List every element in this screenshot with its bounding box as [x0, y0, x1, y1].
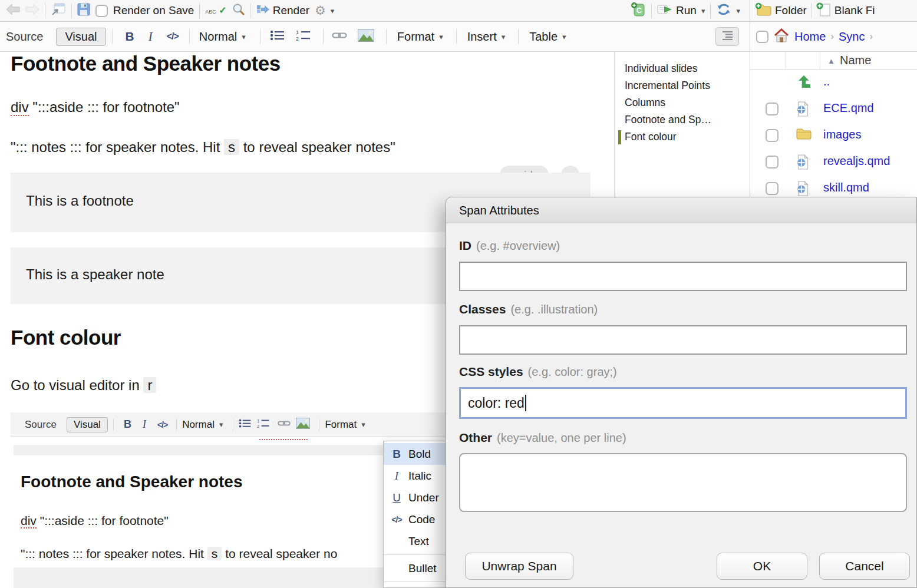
separator — [189, 29, 190, 44]
new-folder-button[interactable]: Folder — [755, 2, 807, 19]
files-path-bar: Home › Sync › — [750, 22, 917, 52]
nested-tab-source: Source — [25, 419, 57, 431]
render-on-save-checkbox[interactable] — [95, 5, 108, 17]
table-menu-button[interactable]: Table ▾ — [529, 30, 566, 44]
save-icon[interactable] — [77, 3, 90, 18]
render-options-button[interactable]: ⚙ ▾ — [315, 4, 334, 18]
menu-separator — [384, 554, 447, 555]
ok-button[interactable]: OK — [717, 553, 807, 580]
render-button[interactable]: Render — [256, 4, 309, 18]
name-column-header[interactable]: Name — [840, 54, 871, 67]
file-checkbox[interactable] — [766, 129, 779, 142]
sync-icon — [716, 2, 731, 19]
outline-item-font-colour[interactable]: Font colour — [625, 128, 750, 146]
css-styles-field-hint: (e.g. color: gray;) — [528, 365, 617, 378]
outline-item-footnote[interactable]: Footnote and Sp… — [625, 111, 750, 128]
file-checkbox[interactable] — [766, 156, 779, 169]
css-styles-input[interactable]: color: red — [459, 387, 907, 419]
menu-item-text[interactable]: Text — [384, 530, 447, 552]
file-row-images[interactable]: images — [750, 123, 917, 149]
cancel-button[interactable]: Cancel — [819, 553, 910, 580]
numbered-list-icon[interactable]: 12 — [296, 29, 311, 44]
italic-button[interactable]: I — [149, 29, 153, 44]
chevron-right-icon: › — [870, 31, 873, 42]
chevron-down-icon: ▾ — [701, 6, 705, 15]
file-checkbox[interactable] — [766, 182, 779, 195]
nested-key-s-chip: s — [207, 547, 222, 560]
render-label: Render — [273, 4, 309, 17]
classes-field-hint: (e.g. .illustration) — [510, 303, 598, 316]
menu-item-code[interactable]: </> Code — [384, 508, 447, 530]
nested-style-label: Normal — [182, 419, 215, 431]
insert-menu-button[interactable]: Insert ▾ — [467, 30, 506, 44]
search-icon[interactable] — [232, 3, 245, 18]
menu-item-bullet-list[interactable]: Bullet — [384, 557, 447, 579]
outline-item-columns[interactable]: Columns — [625, 94, 750, 111]
outline-item-individual-slides[interactable]: Individual slides — [625, 60, 750, 77]
svg-text:1: 1 — [257, 418, 259, 424]
chevron-down-icon: ▾ — [331, 6, 335, 15]
new-blank-file-button[interactable]: Blank Fi — [816, 2, 875, 19]
new-folder-label: Folder — [775, 4, 807, 17]
spellcheck-icon[interactable]: ABC ✓ — [205, 6, 226, 15]
outline-item-incremental-points[interactable]: Incremental Points — [625, 77, 750, 94]
chevron-right-icon: › — [830, 31, 834, 42]
format-menu-button[interactable]: Format ▾ — [397, 30, 443, 44]
other-field-label: Other(key=value, one per line) — [459, 431, 626, 445]
bulleted-list-icon[interactable] — [270, 29, 285, 44]
nested-paragraph-notes: "::: notes ::: for speaker notes. Hit s … — [21, 547, 393, 561]
file-row-parent[interactable]: .. — [750, 70, 917, 96]
nested-code-button: </> — [157, 420, 167, 430]
run-button[interactable]: Run ▾ — [657, 4, 705, 17]
classes-input[interactable] — [459, 325, 907, 355]
menu-item-bold[interactable]: B Bold — [384, 443, 447, 465]
up-directory-icon — [796, 75, 812, 93]
unwrap-span-button[interactable]: Unwrap Span — [465, 553, 573, 580]
paragraph-style-dropdown[interactable]: Normal ▾ — [199, 30, 246, 44]
run-label: Run — [676, 4, 697, 17]
file-name: revealjs.qmd — [823, 154, 890, 168]
paragraph-aside-syntax: div ":::aside ::: for footnote" — [11, 99, 180, 115]
nested-numbered-list-icon: 12 — [257, 418, 270, 431]
forward-icon[interactable] — [25, 4, 39, 18]
tab-visual[interactable]: Visual — [56, 28, 105, 46]
nested-gray-block-partial — [14, 445, 444, 455]
other-attributes-textarea[interactable] — [459, 453, 907, 512]
nested-italic-button: I — [143, 418, 146, 431]
key-r-chip: r — [143, 377, 156, 393]
column-divider — [820, 52, 820, 70]
rerun-button[interactable]: ▾ — [716, 2, 740, 19]
gear-icon: ⚙ — [315, 4, 326, 18]
format-dropdown-menu: B Bold I Italic U Under </> Code Text Bu… — [383, 441, 447, 588]
image-icon[interactable] — [358, 29, 374, 44]
id-input[interactable] — [459, 262, 907, 291]
tab-source[interactable]: Source — [6, 30, 43, 44]
code-button[interactable]: </> — [167, 31, 179, 42]
id-field-hint: (e.g. #overview) — [476, 239, 560, 252]
bold-button[interactable]: B — [126, 29, 134, 44]
file-row-ece[interactable]: ECE.qmd — [750, 96, 917, 123]
back-icon[interactable] — [6, 4, 20, 18]
id-field-label: ID(e.g. #overview) — [459, 239, 560, 253]
svg-text:2: 2 — [257, 424, 259, 428]
file-checkbox[interactable] — [766, 103, 779, 115]
separator — [260, 29, 260, 44]
insert-chunk-button[interactable]: C — [631, 2, 646, 19]
outline-toggle-button[interactable] — [715, 27, 739, 46]
link-icon[interactable] — [332, 29, 347, 44]
run-icon — [657, 4, 672, 17]
home-icon[interactable] — [773, 28, 790, 45]
breadcrumb-sync[interactable]: Sync — [839, 30, 865, 44]
open-in-new-window-icon[interactable] — [51, 2, 66, 19]
menu-item-italic[interactable]: I Italic — [384, 465, 447, 487]
current-section-marker — [618, 130, 621, 144]
select-all-checkbox[interactable] — [756, 31, 768, 43]
breadcrumb-home[interactable]: Home — [794, 30, 826, 44]
render-on-save-label: Render on Save — [113, 4, 194, 17]
file-name: skill.qmd — [823, 181, 869, 194]
sort-ascending-icon: ▲ — [827, 57, 835, 65]
file-row-revealjs[interactable]: revealjs.qmd — [750, 149, 917, 176]
svg-text:C: C — [636, 6, 642, 15]
menu-item-underline[interactable]: U Under — [384, 487, 447, 508]
folder-icon — [796, 128, 812, 143]
